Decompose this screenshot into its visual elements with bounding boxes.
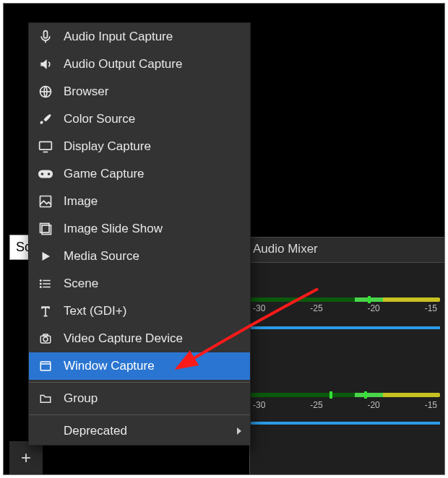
monitor-icon (36, 139, 55, 155)
svg-point-13 (43, 337, 48, 342)
menu-item-text-gdi[interactable]: Text (GDI+) (29, 297, 250, 325)
list-icon (36, 276, 55, 292)
menu-item-label: Text (GDI+) (64, 304, 241, 318)
menu-item-label: Scene (64, 277, 241, 291)
svg-rect-2 (40, 142, 52, 149)
add-source-button[interactable]: + (9, 441, 43, 474)
volume-slider[interactable] (250, 326, 440, 329)
menu-item-image-slide-show[interactable]: Image Slide Show (29, 215, 250, 243)
camera-icon (36, 331, 55, 347)
tick-label: -25 (310, 400, 322, 410)
text-icon (36, 303, 55, 319)
svg-rect-3 (38, 170, 53, 178)
menu-item-game-capture[interactable]: Game Capture (29, 160, 250, 188)
svg-point-5 (48, 173, 51, 175)
menu-separator (29, 382, 250, 383)
menu-item-deprecated[interactable]: Deprecated (29, 417, 250, 445)
globe-icon (36, 84, 55, 100)
menu-item-window-capture[interactable]: Window Capture (29, 352, 250, 380)
brush-icon (36, 111, 55, 127)
svg-rect-14 (43, 334, 48, 336)
menu-item-audio-output-capture[interactable]: Audio Output Capture (29, 51, 250, 78)
menu-item-scene[interactable]: Scene (29, 270, 250, 297)
svg-point-10 (40, 283, 42, 284)
speaker-icon (36, 56, 55, 72)
svg-rect-15 (40, 362, 51, 370)
menu-separator (29, 414, 250, 415)
audio-mixer-title: Audio Mixer (250, 238, 444, 263)
add-source-menu: Audio Input Capture Audio Output Capture… (28, 22, 251, 446)
app-frame: So + Audio Mixer -30 -25 -20 -15 -30 -25… (3, 3, 445, 475)
svg-point-4 (41, 173, 44, 175)
tick-label: -20 (367, 303, 379, 313)
tick-label: -20 (367, 400, 379, 410)
menu-item-label: Game Capture (64, 167, 241, 181)
menu-item-image[interactable]: Image (29, 188, 250, 215)
menu-item-label: Image Slide Show (64, 222, 241, 236)
svg-rect-0 (44, 31, 48, 38)
menu-item-label: Window Capture (64, 359, 241, 373)
menu-item-label: Media Source (64, 249, 241, 264)
tick-label: -30 (253, 400, 265, 410)
menu-item-label: Image (64, 194, 241, 209)
gamepad-icon (36, 166, 55, 182)
svg-point-9 (40, 280, 42, 282)
audio-meter (250, 393, 440, 397)
tick-label: -30 (253, 303, 265, 313)
chevron-right-icon (237, 427, 241, 435)
volume-slider[interactable] (250, 422, 440, 425)
svg-point-11 (40, 287, 42, 288)
svg-rect-6 (40, 196, 51, 207)
menu-item-video-capture-device[interactable]: Video Capture Device (29, 325, 250, 352)
audio-meter (250, 297, 440, 302)
play-icon (36, 248, 55, 264)
image-icon (36, 194, 55, 209)
menu-item-label: Display Capture (64, 139, 241, 154)
window-icon (36, 358, 55, 374)
blank-icon (36, 423, 55, 439)
folder-icon (36, 391, 55, 407)
tick-label: -15 (425, 303, 437, 313)
slideshow-icon (36, 221, 55, 237)
menu-item-group[interactable]: Group (29, 385, 250, 412)
audio-mixer-panel: Audio Mixer -30 -25 -20 -15 -30 -25 -20 … (249, 237, 444, 474)
audio-meter-ticks: -30 -25 -20 -15 (250, 303, 440, 313)
menu-item-label: Group (64, 391, 241, 406)
menu-item-label: Video Capture Device (64, 331, 241, 346)
menu-item-label: Audio Output Capture (64, 57, 241, 71)
menu-item-display-capture[interactable]: Display Capture (29, 133, 250, 160)
mic-icon (36, 29, 55, 45)
tick-label: -25 (310, 303, 322, 313)
menu-item-media-source[interactable]: Media Source (29, 243, 250, 270)
menu-item-label: Browser (64, 84, 241, 99)
menu-item-label: Deprecated (64, 424, 237, 438)
menu-item-label: Color Source (64, 112, 241, 126)
menu-item-browser[interactable]: Browser (29, 78, 250, 105)
menu-item-label: Audio Input Capture (64, 30, 241, 44)
audio-meter-ticks: -30 -25 -20 -15 (250, 400, 440, 410)
tick-label: -15 (425, 400, 437, 410)
menu-item-audio-input-capture[interactable]: Audio Input Capture (29, 23, 250, 51)
menu-item-color-source[interactable]: Color Source (29, 105, 250, 133)
